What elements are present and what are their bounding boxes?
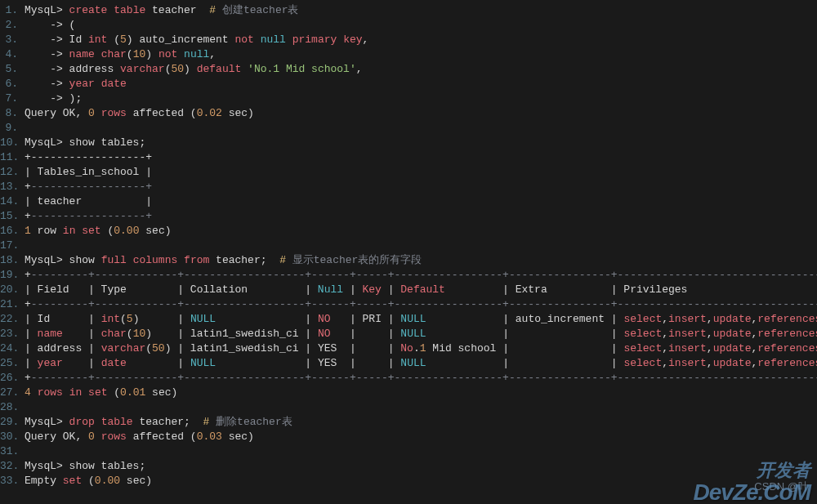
token: | address | [25, 342, 101, 355]
line-content[interactable] [25, 239, 817, 253]
line-content[interactable]: | Id | int(5) | NULL | NO | PRI | NULL |… [25, 312, 817, 327]
token: ) [184, 63, 197, 75]
token: 0.00 [95, 475, 120, 487]
code-line[interactable]: 20.| Field | Type | Collation | Null | K… [0, 283, 817, 297]
code-line[interactable]: 1.MysqL> create table teacher # 创建teache… [0, 3, 817, 18]
token [241, 63, 248, 75]
line-content[interactable]: +------------------+ [25, 180, 817, 194]
line-content[interactable]: | teacher | [25, 194, 817, 209]
line-content[interactable]: MysqL> show tables; [25, 136, 817, 150]
token: date [101, 357, 127, 369]
line-content[interactable]: -> ( [25, 18, 817, 33]
token: + [25, 298, 31, 310]
line-content[interactable]: | address | varchar(50) | latin1_swedish… [25, 341, 817, 356]
code-line[interactable]: 16.1 row in set (0.00 sec) [0, 224, 817, 239]
code-line[interactable]: 3. -> Id int (5) auto_increment not null… [0, 33, 817, 47]
token: | [63, 328, 101, 340]
token: -> ); [25, 92, 82, 105]
line-content[interactable]: | Tables_in_school | [25, 165, 817, 180]
code-line[interactable]: 24.| address | varchar(50) | latin1_swed… [0, 341, 817, 356]
token: + [25, 372, 31, 384]
token [25, 239, 31, 252]
token [177, 254, 184, 266]
token: ) | latin1_swedish_ci | YES | | [165, 342, 401, 355]
token: NULL [190, 357, 216, 369]
token: 'No.1 Mid school' [248, 63, 356, 75]
line-content[interactable]: -> year date [25, 77, 817, 91]
line-number: 4. [0, 47, 25, 62]
line-number: 30. [0, 430, 25, 444]
line-content[interactable]: 4 rows in set (0.01 sec) [25, 386, 817, 400]
line-content[interactable]: | year | date | NULL | YES | | NULL | | … [25, 356, 817, 371]
code-line[interactable]: 17. [0, 239, 817, 253]
code-line[interactable]: 14.| teacher | [0, 194, 817, 209]
code-line[interactable]: 10.MysqL> show tables; [0, 136, 817, 150]
line-content[interactable]: -> Id int (5) auto_increment not null pr… [25, 33, 817, 47]
token: Query OK, [25, 430, 88, 443]
code-line[interactable]: 12.| Tables_in_school | [0, 165, 817, 180]
token: primary [292, 33, 337, 46]
line-content[interactable]: MysqL> create table teacher # 创建teacher表 [25, 3, 817, 18]
token: null [261, 33, 286, 46]
token: Query OK, [25, 107, 88, 119]
code-line[interactable]: 6. -> year date [0, 77, 817, 91]
token: -> address [25, 63, 120, 75]
line-content[interactable]: MysqL> show tables; [25, 459, 817, 474]
token [95, 416, 101, 428]
line-content[interactable]: 1 row in set (0.00 sec) [25, 224, 817, 239]
token: | [25, 328, 38, 340]
token: select [623, 342, 662, 355]
code-lines: 1.MysqL> create table teacher # 创建teache… [0, 3, 817, 488]
line-number: 27. [0, 386, 25, 400]
code-line[interactable]: 8.Query OK, 0 rows affected (0.02 sec) [0, 106, 817, 121]
token: teacher; [209, 254, 279, 266]
code-line[interactable]: 11.+------------------+ [0, 150, 817, 165]
line-content[interactable]: +------------------+ [25, 150, 817, 165]
line-content[interactable]: Query OK, 0 rows affected (0.03 sec) [25, 430, 817, 444]
line-content[interactable]: -> address varchar(50) default 'No.1 Mid… [25, 62, 817, 77]
line-content[interactable] [25, 400, 817, 415]
line-content[interactable]: MysqL> show full columns from teacher; #… [25, 253, 817, 268]
token: 显示teacher表的所有字段 [286, 254, 422, 266]
line-number: 22. [0, 312, 25, 327]
line-number: 21. [0, 297, 25, 312]
code-line[interactable]: 5. -> address varchar(50) default 'No.1 … [0, 62, 817, 77]
code-line[interactable]: 29.MysqL> drop table teacher; # 删除teache… [0, 415, 817, 430]
line-content[interactable]: | Field | Type | Collation | Null | Key … [25, 283, 817, 297]
token: 0 [88, 430, 95, 443]
code-line[interactable]: 22.| Id | int(5) | NULL | NO | PRI | NUL… [0, 312, 817, 327]
token [25, 401, 31, 413]
token: sec) [145, 386, 177, 399]
code-line[interactable]: 15.+------------------+ [0, 209, 817, 224]
code-line[interactable]: 4. -> name char(10) not null, [0, 47, 817, 62]
code-line[interactable]: 26.+---------+-------------+------------… [0, 371, 817, 386]
token: varchar [120, 63, 165, 75]
code-line[interactable]: 13.+------------------+ [0, 180, 817, 194]
line-content[interactable]: Query OK, 0 rows affected (0.02 sec) [25, 106, 817, 121]
code-line[interactable]: 19.+---------+-------------+------------… [0, 268, 817, 283]
code-line[interactable]: 9. [0, 121, 817, 136]
code-line[interactable]: 30.Query OK, 0 rows affected (0.03 sec) [0, 430, 817, 444]
line-content[interactable]: | name | char(10) | latin1_swedish_ci | … [25, 327, 817, 341]
code-line[interactable]: 18.MysqL> show full columns from teacher… [0, 253, 817, 268]
line-content[interactable]: +------------------+ [25, 209, 817, 224]
token [82, 386, 88, 399]
code-line[interactable]: 32.MysqL> show tables; [0, 459, 817, 474]
code-line[interactable]: 28. [0, 400, 817, 415]
code-line[interactable]: 2. -> ( [0, 18, 817, 33]
line-content[interactable]: -> ); [25, 91, 817, 106]
code-line[interactable]: 21.+---------+-------------+------------… [0, 297, 817, 312]
code-line[interactable]: 7. -> ); [0, 91, 817, 106]
line-content[interactable]: -> name char(10) not null, [25, 47, 817, 62]
code-line[interactable]: 31. [0, 444, 817, 459]
line-content[interactable]: +---------+-------------+---------------… [25, 268, 817, 283]
line-content[interactable]: +---------+-------------+---------------… [25, 297, 817, 312]
code-line[interactable]: 25.| year | date | NULL | YES | | NULL |… [0, 356, 817, 371]
code-line[interactable]: 27.4 rows in set (0.01 sec) [0, 386, 817, 400]
line-content[interactable] [25, 444, 817, 459]
token: ---------+-------------+----------------… [31, 269, 817, 281]
line-content[interactable]: MysqL> drop table teacher; # 删除teacher表 [25, 415, 817, 430]
line-content[interactable]: +---------+-------------+---------------… [25, 371, 817, 386]
code-line[interactable]: 23.| name | char(10) | latin1_swedish_ci… [0, 327, 817, 341]
line-content[interactable] [25, 121, 817, 136]
